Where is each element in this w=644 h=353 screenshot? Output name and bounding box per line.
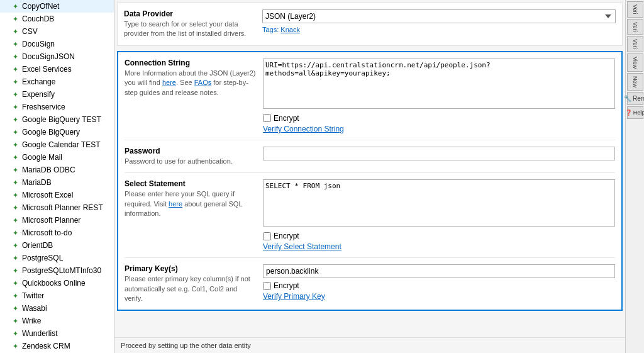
verify-primary-link[interactable]: Verify Primary Key bbox=[263, 292, 615, 301]
star-icon: ✦ bbox=[10, 26, 20, 36]
sidebar-item-orientdb[interactable]: ✦ OrientDB bbox=[0, 239, 114, 252]
primary-keys-desc: Please enter primary key column(s) if no… bbox=[125, 274, 257, 303]
star-icon: ✦ bbox=[10, 39, 20, 49]
primary-encrypt-label: Encrypt bbox=[274, 281, 299, 290]
data-provider-select[interactable]: JSON (Layer2) bbox=[262, 9, 616, 23]
star-icon: ✦ bbox=[10, 240, 20, 250]
main-content: Data Provider Type to search for or sele… bbox=[114, 0, 625, 353]
sidebar-item-label: Twitter bbox=[22, 291, 44, 300]
select-encrypt-checkbox[interactable] bbox=[263, 232, 271, 240]
veri-button-2[interactable]: Veri bbox=[627, 19, 643, 35]
veri-button-1[interactable]: Veri bbox=[627, 1, 643, 18]
select-statement-row: Select Statement Please enter here your … bbox=[125, 179, 615, 258]
star-icon: ✦ bbox=[10, 127, 20, 137]
sidebar-item-microsoft-excel[interactable]: ✦ Microsoft Excel bbox=[0, 189, 114, 201]
sidebar-item-twitter[interactable]: ✦ Twitter bbox=[0, 289, 114, 302]
sidebar-item-google-bigquery-test[interactable]: ✦ Google BigQuery TEST bbox=[0, 113, 114, 126]
sidebar-item-label: Zendesk CRM bbox=[22, 342, 70, 350]
star-icon: ✦ bbox=[10, 215, 20, 225]
conn-faqs-link[interactable]: FAQs bbox=[194, 79, 212, 86]
new-button[interactable]: New bbox=[627, 73, 643, 91]
star-icon: ✦ bbox=[10, 165, 20, 175]
sidebar-item-quickbooks[interactable]: ✦ Quickbooks Online bbox=[0, 277, 114, 289]
sidebar-item-microsoft-planner[interactable]: ✦ Microsoft Planner bbox=[0, 214, 114, 227]
sidebar-item-google-calendar-test[interactable]: ✦ Google Calendar TEST bbox=[0, 138, 114, 151]
veri-button-3[interactable]: Veri bbox=[627, 36, 643, 52]
sidebar-item-mariadb[interactable]: ✦ MariaDB bbox=[0, 176, 114, 189]
primary-keys-row: Primary Key(s) Please enter primary key … bbox=[125, 264, 615, 303]
sidebar-item-label: CSV bbox=[22, 27, 38, 36]
sidebar-item-postgresqlmtinfo[interactable]: ✦ PostgreSQLtoMTInfo30 bbox=[0, 264, 114, 277]
password-row: Password Password to use for authenticat… bbox=[125, 147, 615, 173]
verify-select-link[interactable]: Verify Select Statement bbox=[263, 242, 615, 251]
star-icon: ✦ bbox=[10, 291, 20, 301]
star-icon: ✦ bbox=[10, 253, 20, 263]
connection-section: Connection String More Information about… bbox=[117, 51, 623, 311]
sidebar-item-couchdb[interactable]: ✦ CouchDB bbox=[0, 13, 114, 25]
password-label-col: Password Password to use for authenticat… bbox=[125, 147, 263, 166]
rem-button[interactable]: 🔧 Rem bbox=[627, 92, 643, 105]
sidebar-item-docusignjson[interactable]: ✦ DocuSignJSON bbox=[0, 50, 114, 63]
conn-here-link[interactable]: here bbox=[162, 79, 176, 86]
password-desc: Password to use for authentication. bbox=[125, 157, 257, 166]
password-label: Password bbox=[125, 147, 257, 155]
sidebar-item-wrike[interactable]: ✦ Wrike bbox=[0, 315, 114, 327]
sidebar-item-microsoft-todo[interactable]: ✦ Microsoft to-do bbox=[0, 227, 114, 239]
sidebar-item-label: DocuSign bbox=[22, 40, 55, 48]
star-icon: ✦ bbox=[10, 115, 20, 125]
data-provider-desc: Type to search for or select your data p… bbox=[124, 20, 256, 39]
sidebar-item-docusign[interactable]: ✦ DocuSign bbox=[0, 38, 114, 50]
star-icon: ✦ bbox=[10, 266, 20, 276]
sidebar-item-label: Exchange bbox=[22, 77, 55, 86]
sidebar-item-freshservice[interactable]: ✦ Freshservice bbox=[0, 101, 114, 113]
sidebar-item-label: Wunderlist bbox=[22, 329, 57, 338]
right-panel: Veri Veri Veri View New 🔧 Rem ❓ Help bbox=[625, 0, 644, 353]
primary-keys-control-col: Encrypt Verify Primary Key bbox=[263, 264, 615, 303]
connection-string-label: Connection String bbox=[125, 59, 257, 67]
select-encrypt-label: Encrypt bbox=[274, 232, 299, 240]
password-input[interactable] bbox=[263, 147, 615, 160]
sidebar-item-mariadb-odbc[interactable]: ✦ MariaDB ODBC bbox=[0, 164, 114, 176]
sidebar-item-csv[interactable]: ✦ CSV bbox=[0, 25, 114, 38]
sidebar-item-microsoft-planner-rest[interactable]: ✦ Microsoft Planner REST bbox=[0, 201, 114, 214]
sidebar-item-google-bigquery[interactable]: ✦ Google BigQuery bbox=[0, 126, 114, 138]
sidebar-item-zendesk[interactable]: ✦ Zendesk CRM bbox=[0, 340, 114, 352]
connection-encrypt-checkbox[interactable] bbox=[263, 114, 271, 122]
conn-desc-middle: . See bbox=[176, 79, 194, 86]
sidebar-item-wunderlist[interactable]: ✦ Wunderlist bbox=[0, 327, 114, 340]
connection-string-textarea[interactable] bbox=[263, 59, 615, 109]
primary-encrypt-checkbox[interactable] bbox=[263, 282, 271, 290]
select-statement-textarea[interactable] bbox=[263, 179, 615, 227]
sidebar-item-excel-services[interactable]: ✦ Excel Services bbox=[0, 63, 114, 76]
bottom-status: Proceed by setting up the other data ent… bbox=[114, 337, 625, 353]
sidebar-item-label: Google Calendar TEST bbox=[22, 140, 101, 149]
star-icon: ✦ bbox=[10, 102, 20, 112]
primary-keys-input[interactable] bbox=[263, 264, 615, 278]
sidebar-item-google-mail[interactable]: ✦ Google Mail bbox=[0, 151, 114, 164]
sidebar-item-wasabi[interactable]: ✦ Wasabi bbox=[0, 302, 114, 315]
sidebar-item-copyofnet[interactable]: ✦ CopyOfNet bbox=[0, 0, 114, 13]
star-icon: ✦ bbox=[10, 89, 20, 99]
sidebar-item-label: Microsoft Excel bbox=[22, 191, 73, 199]
sidebar-item-expensify[interactable]: ✦ Expensify bbox=[0, 88, 114, 101]
star-icon: ✦ bbox=[10, 316, 20, 326]
star-icon: ✦ bbox=[10, 328, 20, 339]
tags-value[interactable]: Knack bbox=[280, 26, 300, 33]
help-icon: ❓ bbox=[625, 109, 632, 116]
primary-encrypt-row: Encrypt bbox=[263, 281, 615, 290]
star-icon: ✦ bbox=[10, 190, 20, 200]
sidebar-item-postgresql[interactable]: ✦ PostgreSQL bbox=[0, 252, 114, 264]
view-button[interactable]: View bbox=[627, 53, 643, 72]
sidebar-item-label: Freshservice bbox=[22, 103, 65, 111]
tags-label: Tags: bbox=[262, 26, 279, 33]
sidebar-item-label: Microsoft to-do bbox=[22, 228, 72, 237]
sidebar-item-label: Wrike bbox=[22, 317, 41, 325]
primary-keys-label-col: Primary Key(s) Please enter primary key … bbox=[125, 264, 263, 303]
connection-string-label-col: Connection String More Information about… bbox=[125, 59, 263, 133]
sidebar-item-exchange[interactable]: ✦ Exchange bbox=[0, 76, 114, 88]
help-button[interactable]: ❓ Help bbox=[627, 106, 643, 119]
star-icon: ✦ bbox=[10, 52, 20, 62]
sidebar-item-label: OrientDB bbox=[22, 241, 53, 250]
sel-here-link[interactable]: here bbox=[169, 200, 182, 208]
verify-connection-link[interactable]: Verify Connection String bbox=[263, 125, 615, 133]
